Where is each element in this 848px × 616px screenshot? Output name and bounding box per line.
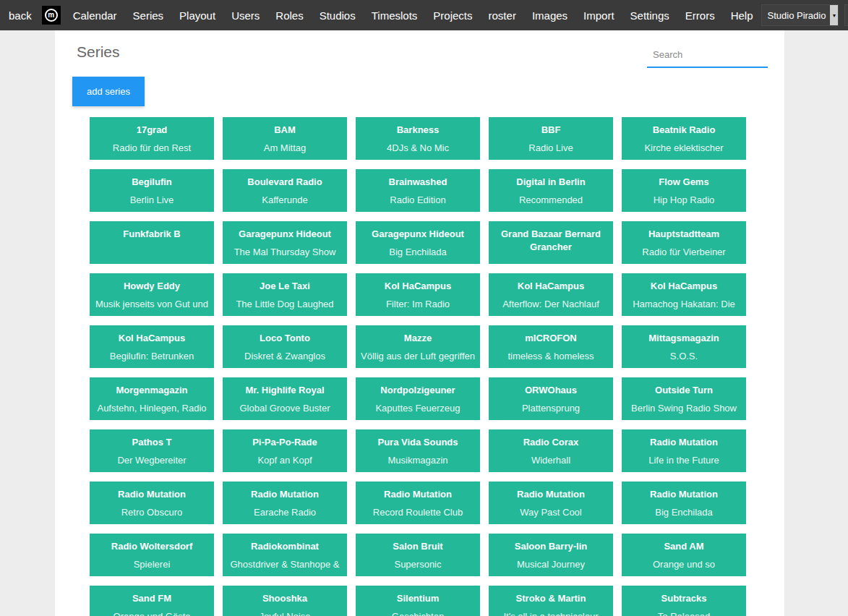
series-card[interactable]: Morgenmagazin Aufstehn, Hinlegen, Radio — [90, 377, 214, 420]
series-card[interactable]: Radio Mutation Life in the Future — [622, 429, 746, 472]
nav-item-roster[interactable]: roster — [481, 9, 524, 22]
series-card[interactable]: Sand AM Orange und so — [622, 534, 746, 576]
series-card[interactable]: Brainwashed Radio Edition — [356, 169, 480, 212]
studio-select[interactable]: Studio Piradio ▼ — [761, 4, 839, 26]
series-card-subtitle: S.O.S. — [622, 350, 746, 363]
series-card-subtitle: Aufstehn, Hinlegen, Radio — [90, 402, 214, 415]
project-select[interactable]: Project 88vier ▼ — [844, 4, 848, 26]
series-card[interactable]: BBF Radio Live — [489, 117, 613, 160]
series-card-title: Silentium — [356, 592, 480, 605]
search-input[interactable] — [647, 42, 768, 68]
series-card-title: Radio Mutation — [223, 488, 347, 501]
series-card[interactable]: ORWOhaus Plattensprung — [489, 377, 613, 420]
series-card-title: Radio Corax — [489, 436, 613, 449]
nav-item-roles[interactable]: Roles — [267, 9, 311, 22]
top-navbar: back m CalendarSeriesPlayoutUsersRolesSt… — [0, 0, 848, 30]
series-card[interactable]: Mazze Völlig aus der Luft gegriffen — [356, 325, 480, 368]
series-card[interactable]: Sand FM Orange und Gäste — [90, 586, 214, 616]
nav-item-series[interactable]: Series — [125, 9, 172, 22]
series-card-title: Radio Mutation — [622, 488, 746, 501]
series-card[interactable]: Pathos T Der Wegbereiter — [90, 429, 214, 472]
series-card[interactable]: Garagepunx Hideout The Mal Thursday Show — [223, 221, 347, 264]
series-card[interactable]: BAM Am Mittag — [223, 117, 347, 160]
series-card[interactable]: Pura Vida Sounds Musikmagazin — [356, 429, 480, 472]
series-card-subtitle: Record Roulette Club — [356, 506, 480, 519]
series-card[interactable]: Radio Mutation Earache Radio — [223, 482, 347, 524]
series-card[interactable]: Mr. Highlife Royal Global Groove Buster — [223, 377, 347, 420]
series-card[interactable]: Kol HaCampus Afterflow: Der Nachlauf — [489, 273, 613, 316]
series-card-subtitle: Musical Journey — [489, 558, 613, 571]
series-card[interactable]: Mittagsmagazin S.O.S. — [622, 325, 746, 368]
series-card-title: Boulevard Radio — [223, 176, 347, 189]
series-card[interactable]: Begilufin Berlin Live — [90, 169, 214, 212]
series-card[interactable]: 17grad Radio für den Rest — [90, 117, 214, 160]
series-card-title: Radio Woltersdorf — [90, 540, 214, 553]
series-card[interactable]: Joe Le Taxi The Little Dog Laughed — [223, 273, 347, 316]
series-card[interactable]: Radio Mutation Way Past Cool — [489, 482, 613, 524]
nav-item-users[interactable]: Users — [223, 9, 267, 22]
series-card[interactable]: Shooshka Joyful Noise — [223, 586, 347, 616]
series-card[interactable]: Outside Turn Berlin Swing Radio Show — [622, 377, 746, 420]
nav-item-help[interactable]: Help — [723, 9, 761, 22]
series-card[interactable]: Salon Bruit Supersonic — [356, 534, 480, 576]
series-card-title: Kol HaCampus — [356, 280, 480, 293]
series-card[interactable]: Hauptstadtteam Radio für Vierbeiner — [622, 221, 746, 264]
nav-item-timeslots[interactable]: Timeslots — [364, 9, 426, 22]
series-card[interactable]: Silentium Geschichten — [356, 586, 480, 616]
series-card[interactable]: Pi-Pa-Po-Rade Kopf an Kopf — [223, 429, 347, 472]
series-card-subtitle: Orange und so — [622, 558, 746, 571]
series-card[interactable]: Grand Bazaar Bernard Grancher — [489, 221, 613, 264]
nav-item-settings[interactable]: Settings — [622, 9, 677, 22]
series-card[interactable]: Funkfabrik B — [90, 221, 214, 264]
series-card[interactable]: mICROFON timeless & homeless — [489, 325, 613, 368]
series-card-subtitle: Earache Radio — [223, 506, 347, 519]
series-card[interactable]: Flow Gems Hip Hop Radio — [622, 169, 746, 212]
series-card-title: Beatnik Radio — [622, 124, 746, 137]
series-card-title: Flow Gems — [622, 176, 746, 189]
nav-item-errors[interactable]: Errors — [677, 9, 723, 22]
series-card[interactable]: Beatnik Radio Kirche eklektischer — [622, 117, 746, 160]
nav-left-group: back m CalendarSeriesPlayoutUsersRolesSt… — [7, 6, 761, 25]
series-card[interactable]: Kol HaCampus Hamachog Hakatan: Die — [622, 273, 746, 316]
nav-item-playout[interactable]: Playout — [171, 9, 223, 22]
series-card[interactable]: Radio Woltersdorf Spielerei — [90, 534, 214, 576]
series-card[interactable]: Radiokombinat Ghostdriver & Stanhope & — [223, 534, 347, 576]
nav-item-studios[interactable]: Studios — [312, 9, 364, 22]
nav-item-import[interactable]: Import — [575, 9, 622, 22]
series-card[interactable]: Loco Tonto Diskret & Zwanglos — [223, 325, 347, 368]
series-card[interactable]: Boulevard Radio Kafferunde — [223, 169, 347, 212]
nav-item-projects[interactable]: Projects — [425, 9, 480, 22]
series-card[interactable]: Barkness 4DJs & No Mic — [356, 117, 480, 160]
series-card[interactable]: Howdy Eddy Musik jenseits von Gut und — [90, 273, 214, 316]
series-card-subtitle: Der Wegbereiter — [90, 454, 214, 467]
series-card-subtitle: Big Enchilada — [622, 506, 746, 519]
series-card-title: 17grad — [90, 124, 214, 137]
series-card-subtitle: Radio Edition — [356, 194, 480, 207]
series-card[interactable]: Kol HaCampus Filter: Im Radio — [356, 273, 480, 316]
series-card[interactable]: Kol HaCampus Begilufin: Betrunken — [90, 325, 214, 368]
series-card-title: Sand AM — [622, 540, 746, 553]
series-card[interactable]: Nordpolzigeuner Kaputtes Feuerzeug — [356, 377, 480, 420]
nav-back-link[interactable]: back — [7, 9, 38, 22]
series-card-subtitle: Hamachog Hakatan: Die — [622, 298, 746, 311]
series-card[interactable]: Subtracks To Released — [622, 586, 746, 616]
series-card-subtitle: It's all in a technicolour — [489, 610, 613, 616]
series-card[interactable]: Radio Corax Widerhall — [489, 429, 613, 472]
series-card[interactable]: Digital in Berlin Recommended — [489, 169, 613, 212]
series-card[interactable]: Saloon Barry-lin Musical Journey — [489, 534, 613, 576]
series-card[interactable]: Radio Mutation Record Roulette Club — [356, 482, 480, 524]
series-card-title: Howdy Eddy — [90, 280, 214, 293]
series-card-title: Sand FM — [90, 592, 214, 605]
nav-item-calendar[interactable]: Calendar — [65, 9, 125, 22]
series-card[interactable]: Garagepunx Hideout Big Enchilada — [356, 221, 480, 264]
series-card-subtitle: Retro Obscuro — [90, 506, 214, 519]
piradio-logo-icon[interactable]: m — [42, 6, 61, 25]
series-card-subtitle: Kirche eklektischer — [622, 142, 746, 155]
series-card-subtitle: Supersonic — [356, 558, 480, 571]
add-series-button[interactable]: add series — [72, 77, 145, 106]
nav-item-images[interactable]: Images — [524, 9, 575, 22]
series-card[interactable]: Radio Mutation Retro Obscuro — [90, 482, 214, 524]
series-card[interactable]: Radio Mutation Big Enchilada — [622, 482, 746, 524]
series-card[interactable]: Stroko & Martin It's all in a technicolo… — [489, 586, 613, 616]
series-card-title: Joe Le Taxi — [223, 280, 347, 293]
